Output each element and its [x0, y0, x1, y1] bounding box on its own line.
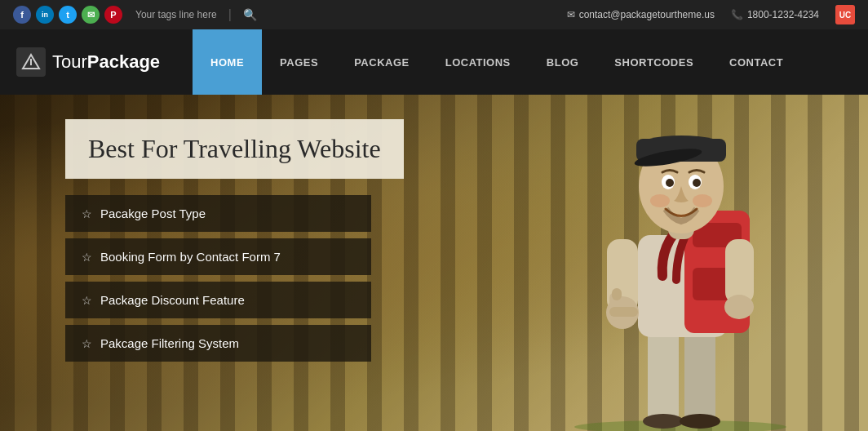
navbar: TourPackage HOME PAGES PACKAGE LOCATIONS… [0, 29, 868, 95]
feature-item-2[interactable]: ☆ Booking Form by Contact Form 7 [65, 238, 371, 275]
nav-shortcodes[interactable]: SHORTCODES [596, 29, 711, 95]
contact-email: ✉ contact@packagetourtheme.us [567, 9, 715, 20]
tagline-text: Your tags line here [135, 9, 217, 20]
svg-rect-4 [684, 325, 715, 423]
top-bar: f in t ✉ P Your tags line here | 🔍 ✉ con… [0, 0, 868, 29]
twitter-icon[interactable]: t [59, 6, 77, 24]
svg-rect-3 [648, 325, 679, 423]
svg-point-27 [650, 194, 670, 207]
pinterest-icon[interactable]: P [104, 6, 122, 24]
hero-person [542, 104, 819, 431]
linkedin-icon[interactable]: in [36, 6, 54, 24]
hero-title: Best For Travelling Website [88, 134, 381, 164]
feature-label-1: Pacakge Post Type [100, 207, 206, 220]
star-icon-2: ☆ [82, 251, 92, 264]
nav-home[interactable]: HOME [193, 29, 262, 95]
logo-icon [16, 47, 46, 77]
nav-contact[interactable]: CONTACT [711, 29, 801, 95]
svg-point-6 [680, 414, 720, 429]
svg-point-26 [693, 179, 701, 187]
nav-items: HOME PAGES PACKAGE LOCATIONS BLOG SHORTC… [193, 29, 801, 95]
feature-item-4[interactable]: ☆ Pakcage Filtering System [65, 325, 371, 362]
hero-content: Best For Travelling Website ☆ Pacakge Po… [65, 119, 404, 362]
phone-icon: 📞 [731, 9, 743, 20]
star-icon-1: ☆ [82, 207, 92, 220]
svg-rect-14 [612, 288, 622, 300]
svg-rect-16 [725, 239, 754, 304]
feature-label-2: Booking Form by Contact Form 7 [100, 250, 281, 264]
nav-locations[interactable]: LOCATIONS [427, 29, 529, 95]
star-icon-4: ☆ [82, 337, 92, 350]
svg-point-28 [693, 194, 712, 207]
nav-pages[interactable]: PAGES [262, 29, 336, 95]
feature-label-4: Pakcage Filtering System [100, 336, 239, 350]
uc-badge: UC [835, 5, 855, 24]
search-icon[interactable]: 🔍 [243, 8, 257, 21]
logo[interactable]: TourPackage [16, 47, 160, 77]
svg-point-5 [643, 414, 684, 429]
contact-phone: 📞 1800-1232-4234 [731, 9, 819, 20]
feature-label-3: Package Discount Feature [100, 293, 245, 307]
top-bar-right: ✉ contact@packagetourtheme.us 📞 1800-123… [567, 5, 855, 24]
hero-title-box: Best For Travelling Website [65, 119, 404, 179]
top-bar-left: f in t ✉ P Your tags line here | 🔍 [13, 6, 257, 24]
nav-package[interactable]: PACKAGE [336, 29, 427, 95]
svg-rect-15 [609, 307, 638, 317]
star-icon-3: ☆ [82, 294, 92, 307]
mail-icon: ✉ [567, 9, 575, 20]
nav-blog[interactable]: BLOG [529, 29, 597, 95]
facebook-icon[interactable]: f [13, 6, 31, 24]
email-social-icon[interactable]: ✉ [82, 6, 100, 24]
logo-text: TourPackage [52, 51, 160, 73]
hero-section: Best For Travelling Website ☆ Pacakge Po… [0, 95, 868, 431]
svg-point-25 [666, 179, 674, 187]
svg-point-17 [724, 295, 754, 319]
feature-item-1[interactable]: ☆ Pacakge Post Type [65, 195, 371, 232]
feature-list: ☆ Pacakge Post Type ☆ Booking Form by Co… [65, 195, 404, 362]
divider: | [228, 7, 232, 22]
feature-item-3[interactable]: ☆ Package Discount Feature [65, 282, 371, 318]
